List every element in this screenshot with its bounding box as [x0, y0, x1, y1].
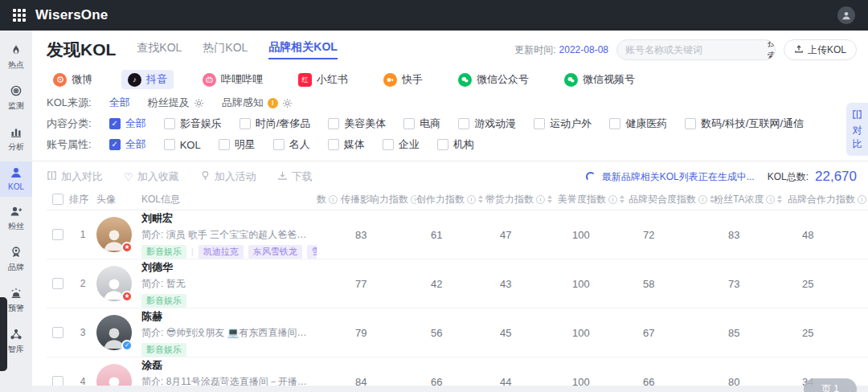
add-to-compare-button[interactable]: 加入对比 [47, 169, 103, 184]
gear-icon[interactable] [282, 98, 293, 108]
checkbox[interactable] [685, 118, 696, 129]
table-row[interactable]: 3 ✓ 陈赫 简介: 😎帅到没朋友 💻有东西直播间 📺00202080... 影… [47, 308, 868, 357]
checkbox[interactable] [240, 118, 251, 129]
kol-name[interactable]: 涂磊 [141, 358, 309, 373]
table-row[interactable]: 2 ★ 刘德华 简介: 暂无 影音娱乐 77 42 43 100 58 73 2… [47, 259, 868, 308]
douyin-icon: ♪ [128, 73, 141, 87]
row-rank: 3 [69, 327, 96, 338]
user-avatar-icon[interactable] [837, 6, 855, 24]
account-option-organization[interactable]: 机构 [437, 137, 474, 152]
checkbox[interactable] [437, 139, 448, 150]
col-brand-cooperation[interactable]: 品牌合作力指数i [788, 193, 868, 206]
col-sales-power[interactable]: 带货力指数i [485, 193, 558, 206]
account-option-star[interactable]: 明星 [219, 137, 256, 152]
col-fans-ta[interactable]: 粉丝TA浓度i [714, 193, 788, 206]
avatar[interactable]: ✓ [96, 315, 132, 350]
sort-icon[interactable] [620, 195, 624, 203]
category-option-beauty[interactable]: 美容美体 [328, 116, 386, 131]
col-count-clipped[interactable]: 数i [317, 193, 341, 206]
upload-kol-label: 上传KOL [808, 43, 846, 57]
category-option-sports-outdoor[interactable]: 运动户外 [534, 116, 592, 131]
gear-icon[interactable] [194, 98, 204, 108]
category-option-entertainment[interactable]: 影音娱乐 [164, 116, 222, 131]
checkbox[interactable] [534, 118, 545, 129]
platform-xiaohongshu[interactable]: 红 小红书 [292, 70, 354, 89]
checkbox-checked[interactable] [109, 139, 121, 150]
sort-icon[interactable] [547, 195, 552, 203]
tab-hot-kol[interactable]: 热门KOL [203, 41, 248, 59]
add-to-campaign-button[interactable]: 加入活动 [200, 169, 256, 184]
sidebar-item-fans[interactable]: 粉丝 [0, 200, 32, 238]
kol-name[interactable]: 刘畊宏 [141, 211, 309, 226]
account-option-kol[interactable]: KOL [164, 139, 201, 151]
category-option-fashion[interactable]: 时尚/奢侈品 [240, 116, 311, 131]
platform-weibo[interactable]: 微博 [47, 70, 99, 89]
wechat-video-icon [564, 73, 578, 87]
category-option-all[interactable]: 全部 [109, 116, 146, 131]
kol-name[interactable]: 刘德华 [141, 260, 309, 275]
sidebar-item-monitor[interactable]: 监测 [0, 80, 32, 117]
checkbox[interactable] [458, 118, 469, 129]
platform-douyin[interactable]: ♪ 抖音 [121, 70, 174, 89]
search-input[interactable] [617, 44, 758, 55]
platform-bilibili[interactable]: 哔哩哔哩 [196, 70, 269, 89]
kol-info-cell[interactable]: 刘畊宏 简介: 演员 歌手 三个宝宝的超人爸爸 健身直播固定时... 影音娱乐 … [141, 211, 317, 259]
list-generating-status[interactable]: 最新品牌相关KOL列表正在生成中... [602, 170, 755, 184]
source-option-fans-mention[interactable]: 粉丝提及 [148, 96, 204, 110]
tab-find-kol[interactable]: 查找KOL [137, 41, 182, 59]
platform-wechat-video[interactable]: 微信视频号 [558, 70, 641, 89]
source-option-all[interactable]: 全部 [109, 96, 130, 110]
platform-kuaishou[interactable]: 快手 [377, 70, 429, 89]
col-reputation[interactable]: 美誉度指数i [558, 193, 628, 206]
source-option-brand-perception[interactable]: 品牌感知 ! [222, 96, 293, 110]
avatar[interactable]: ★ [96, 266, 132, 301]
add-to-favorites-button[interactable]: ♡ 加入收藏 [124, 169, 179, 184]
checkbox[interactable] [164, 118, 175, 129]
col-creativity[interactable]: 创作力指数i [416, 193, 485, 206]
row-checkbox[interactable] [52, 327, 63, 338]
kuaishou-icon [383, 73, 397, 87]
select-all-checkbox[interactable] [52, 194, 63, 205]
checkbox[interactable] [383, 139, 394, 150]
sidebar-item-analysis[interactable]: 分析 [0, 120, 32, 158]
sidebar-item-hotspot[interactable]: 热点 [0, 39, 32, 76]
sidebar-item-kol[interactable]: KOL [0, 161, 32, 197]
account-option-enterprise[interactable]: 企业 [383, 137, 420, 152]
checkbox[interactable] [328, 118, 339, 129]
avatar[interactable]: ★ [96, 217, 132, 252]
platform-wechat-official[interactable]: 微信公众号 [452, 70, 535, 89]
account-option-celebrity[interactable]: 名人 [273, 137, 310, 152]
kol-info-cell[interactable]: 刘德华 简介: 暂无 影音娱乐 [141, 260, 317, 308]
table-row[interactable]: 1 ★ 刘畊宏 简介: 演员 歌手 三个宝宝的超人爸爸 健身直播固定时... 影… [47, 210, 868, 259]
app-grid-icon[interactable] [13, 9, 26, 22]
sort-icon[interactable] [478, 195, 483, 203]
category-option-health[interactable]: 健康医药 [609, 116, 667, 131]
account-option-all[interactable]: 全部 [109, 137, 146, 152]
sort-icon[interactable] [777, 195, 782, 203]
tab-brand-related-kol[interactable]: 品牌相关KOL [268, 40, 338, 59]
category-option-tech[interactable]: 数码/科技/互联网/通信 [685, 116, 804, 131]
col-brand-fit[interactable]: 品牌契合度指数i [628, 193, 714, 206]
checkbox[interactable] [403, 118, 415, 129]
kol-name[interactable]: 陈赫 [141, 309, 309, 324]
collapsed-panel-handle[interactable] [0, 297, 7, 371]
row-checkbox[interactable] [52, 278, 63, 289]
checkbox[interactable] [273, 139, 285, 150]
search-button[interactable]: 搜索 [758, 40, 776, 59]
page-indicator-pill[interactable]: 页 1 [804, 378, 857, 392]
checkbox[interactable] [609, 118, 620, 129]
sidebar-item-brand[interactable]: 品牌 [0, 241, 32, 279]
row-checkbox[interactable] [52, 229, 63, 240]
checkbox-checked[interactable] [109, 118, 121, 129]
checkbox[interactable] [328, 139, 339, 150]
account-option-media[interactable]: 媒体 [328, 137, 365, 152]
checkbox[interactable] [219, 139, 230, 150]
upload-kol-button[interactable]: 上传KOL [784, 39, 857, 60]
checkbox[interactable] [164, 139, 175, 150]
download-button[interactable]: 下载 [277, 169, 313, 184]
compare-floating-tab[interactable]: 对 比 [846, 103, 868, 156]
col-spread-influence[interactable]: 传播影响力指数i [341, 193, 416, 206]
kol-info-cell[interactable]: 陈赫 简介: 😎帅到没朋友 💻有东西直播间 📺00202080... 影音娱乐 [141, 309, 317, 357]
category-option-ecommerce[interactable]: 电商 [403, 116, 440, 131]
category-option-game-anime[interactable]: 游戏动漫 [458, 116, 516, 131]
